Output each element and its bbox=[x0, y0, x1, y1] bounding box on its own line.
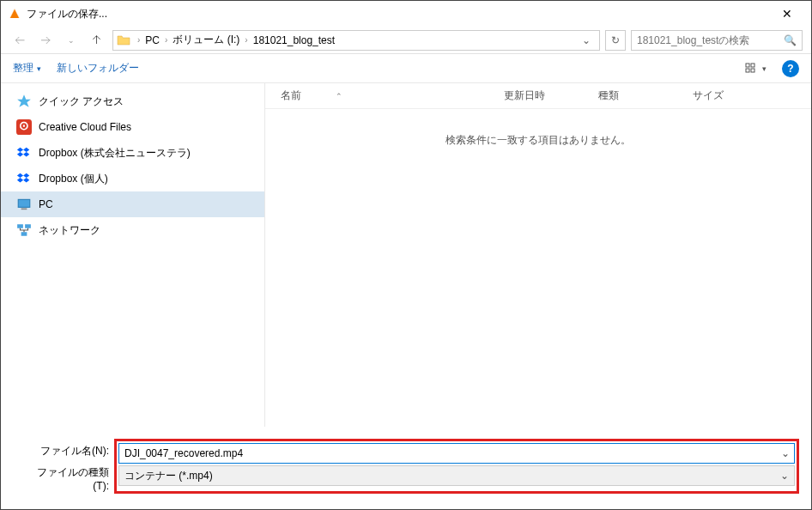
column-name[interactable]: 名前⌃ bbox=[281, 88, 504, 103]
pc-icon bbox=[16, 197, 32, 212]
column-type[interactable]: 種類 bbox=[598, 88, 693, 103]
sidebar-item-dropbox-personal[interactable]: Dropbox (個人) bbox=[1, 166, 264, 191]
titlebar: ファイルの保存... ✕ bbox=[1, 1, 811, 27]
chevron-right-icon: › bbox=[136, 35, 142, 45]
svg-rect-0 bbox=[9, 18, 20, 20]
address-bar[interactable]: › PC › ボリューム (I:) › 181021_blog_test ⌄ bbox=[112, 30, 600, 51]
search-icon: 🔍 bbox=[784, 34, 797, 46]
sidebar: クイック アクセス ⊙ Creative Cloud Files Dropbox… bbox=[1, 83, 265, 427]
svg-rect-11 bbox=[21, 232, 27, 236]
filename-dropdown[interactable]: ⌄ bbox=[781, 447, 790, 459]
network-icon bbox=[16, 222, 32, 238]
window-title: ファイルの保存... bbox=[27, 7, 770, 21]
column-headers: 名前⌃ 更新日時 種類 サイズ bbox=[265, 83, 811, 109]
svg-rect-4 bbox=[751, 69, 754, 72]
column-date[interactable]: 更新日時 bbox=[504, 88, 598, 103]
svg-rect-7 bbox=[18, 199, 30, 207]
dropbox-icon bbox=[16, 145, 32, 161]
address-dropdown[interactable]: ⌄ bbox=[577, 34, 596, 46]
chevron-right-icon: › bbox=[243, 35, 249, 45]
refresh-button[interactable]: ↻ bbox=[605, 30, 626, 51]
filename-panel: ファイル名(N): ファイルの種類(T): ⌄ コンテナー (*.mp4) ⌄ bbox=[1, 427, 811, 501]
filetype-combo[interactable]: コンテナー (*.mp4) ⌄ bbox=[118, 465, 795, 486]
help-button[interactable]: ? bbox=[782, 60, 799, 77]
folder-icon bbox=[117, 33, 130, 47]
navigation-bar: 🡠 🡢 ⌄ 🡡 › PC › ボリューム (I:) › 181021_blog_… bbox=[1, 27, 811, 54]
view-options[interactable]: ▾ bbox=[745, 63, 767, 75]
chevron-down-icon: ⌄ bbox=[780, 470, 789, 482]
highlight-annotation: ⌄ コンテナー (*.mp4) ⌄ bbox=[114, 439, 799, 494]
filename-label: ファイル名(N): bbox=[21, 444, 114, 458]
new-folder-button[interactable]: 新しいフォルダー bbox=[57, 61, 139, 76]
sidebar-item-quick-access[interactable]: クイック アクセス bbox=[1, 88, 264, 114]
svg-text:⊙: ⊙ bbox=[19, 119, 29, 132]
sidebar-item-label: Creative Cloud Files bbox=[39, 121, 131, 133]
search-input[interactable] bbox=[637, 34, 784, 46]
svg-rect-9 bbox=[17, 224, 23, 228]
breadcrumb-pc[interactable]: PC bbox=[142, 34, 163, 46]
file-list-panel: 名前⌃ 更新日時 種類 サイズ 検索条件に一致する項目はありません。 bbox=[265, 83, 811, 427]
svg-rect-3 bbox=[746, 69, 749, 72]
forward-button[interactable]: 🡢 bbox=[35, 30, 56, 51]
svg-rect-1 bbox=[746, 64, 749, 67]
svg-rect-8 bbox=[21, 209, 27, 210]
sidebar-item-label: PC bbox=[39, 198, 53, 210]
back-button[interactable]: 🡠 bbox=[9, 30, 30, 51]
sidebar-item-pc[interactable]: PC bbox=[1, 191, 264, 217]
sidebar-item-creative-cloud[interactable]: ⊙ Creative Cloud Files bbox=[1, 114, 264, 140]
sidebar-item-label: クイック アクセス bbox=[39, 94, 124, 109]
svg-rect-10 bbox=[25, 224, 31, 228]
dropbox-icon bbox=[16, 171, 32, 186]
footer: ⌃ フォルダーの非表示 保存(S) キャンセル bbox=[1, 501, 811, 510]
cc-icon: ⊙ bbox=[16, 119, 32, 135]
search-box[interactable]: 🔍 bbox=[631, 30, 803, 51]
breadcrumb-folder[interactable]: 181021_blog_test bbox=[250, 34, 338, 46]
filename-input[interactable] bbox=[118, 443, 795, 464]
sidebar-item-network[interactable]: ネットワーク bbox=[1, 217, 264, 243]
filetype-value: コンテナー (*.mp4) bbox=[124, 469, 213, 483]
organize-menu[interactable]: 整理 ▾ bbox=[13, 61, 41, 76]
chevron-right-icon: › bbox=[163, 35, 169, 45]
sidebar-item-label: Dropbox (株式会社ニューステラ) bbox=[39, 146, 191, 161]
filetype-label: ファイルの種類(T): bbox=[21, 465, 114, 492]
column-size[interactable]: サイズ bbox=[693, 88, 761, 103]
sort-caret-icon: ⌃ bbox=[336, 92, 342, 100]
sidebar-item-label: ネットワーク bbox=[39, 223, 100, 238]
recent-dropdown[interactable]: ⌄ bbox=[61, 30, 82, 51]
app-icon bbox=[8, 7, 21, 21]
up-button[interactable]: 🡡 bbox=[87, 30, 107, 51]
sidebar-item-dropbox-corp[interactable]: Dropbox (株式会社ニューステラ) bbox=[1, 140, 264, 166]
star-icon bbox=[16, 94, 32, 109]
empty-message: 検索条件に一致する項目はありません。 bbox=[265, 133, 811, 148]
toolbar: 整理 ▾ 新しいフォルダー ▾ ? bbox=[1, 54, 811, 83]
breadcrumb-volume[interactable]: ボリューム (I:) bbox=[169, 33, 243, 47]
sidebar-item-label: Dropbox (個人) bbox=[39, 172, 108, 186]
close-button[interactable]: ✕ bbox=[770, 7, 804, 21]
svg-rect-2 bbox=[751, 64, 754, 67]
